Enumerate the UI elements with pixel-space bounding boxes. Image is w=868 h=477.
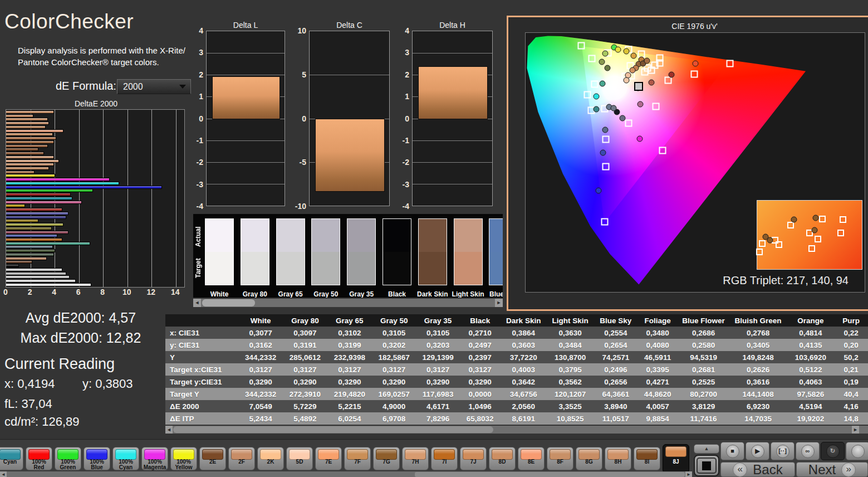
deltaE-bar — [6, 137, 56, 140]
patch-button-100-cyan[interactable]: 100% Cyan — [112, 447, 139, 470]
patch-button-7j[interactable]: 7J — [460, 447, 487, 470]
swatch-target — [347, 252, 375, 285]
patch-button-8d[interactable]: 8D — [489, 447, 516, 470]
table-cell: 0,21 — [834, 363, 868, 376]
patch-button-5d[interactable]: 5D — [286, 447, 313, 470]
measurement-table: WhiteGray 80Gray 65Gray 50Gray 35BlackDa… — [165, 314, 868, 426]
axis-tick-label: -1 — [197, 136, 203, 145]
row-label: ΔE 2000 — [165, 400, 238, 412]
scroll-left-icon[interactable]: ◄ — [193, 299, 201, 307]
step-button[interactable]: [··] — [771, 442, 795, 460]
chevron-down-icon — [179, 85, 186, 89]
footer-scrollbar[interactable]: ◄ ► — [0, 471, 692, 477]
next-button[interactable]: Next » — [796, 462, 868, 477]
table-cell: 0,3203 — [416, 339, 460, 351]
column-header[interactable]: Foliage — [637, 314, 678, 327]
column-header[interactable]: White — [238, 314, 283, 327]
chip-gloss — [405, 450, 425, 459]
column-header[interactable]: Bluish Green — [729, 314, 787, 327]
table-cell: 0,4003 — [501, 363, 547, 376]
patch-button-8f[interactable]: 8F — [547, 447, 573, 470]
swatch-gray-35: Gray 35 — [347, 218, 376, 285]
column-header[interactable]: Gray 50 — [372, 314, 416, 327]
column-header[interactable]: Black — [460, 314, 501, 327]
column-header[interactable]: Blue Sky — [594, 314, 637, 327]
scrollbar-thumb[interactable] — [415, 472, 685, 477]
back-button[interactable]: « Back — [720, 462, 795, 477]
column-header[interactable]: Blue Flower — [678, 314, 729, 327]
patch-button-100-blue[interactable]: 100% Blue — [84, 447, 110, 470]
stop-pattern-button[interactable] — [694, 455, 719, 476]
patch-button-2k[interactable]: 2K — [257, 447, 284, 470]
target-marker — [602, 163, 609, 170]
table-scrollbar[interactable]: ◄ ► — [165, 426, 868, 434]
patch-button-100-red[interactable]: 100% Red — [26, 447, 52, 470]
current-cdm2: cd/m²: 126,89 — [4, 415, 80, 429]
column-header[interactable]: Gray 65 — [327, 314, 372, 327]
measurement-marker — [620, 115, 626, 121]
patch-button-7f[interactable]: 7F — [344, 447, 371, 470]
column-header[interactable]: Light Skin — [547, 314, 594, 327]
column-header[interactable]: Orange — [787, 314, 834, 327]
patch-button-7e[interactable]: 7E — [315, 447, 342, 470]
column-header[interactable]: Dark Skin — [501, 314, 547, 327]
patch-button-7i[interactable]: 7I — [431, 447, 458, 470]
deltaE-bar — [6, 189, 93, 192]
patch-button-8g[interactable]: 8G — [576, 447, 602, 470]
toolbar-scroll-up-button[interactable]: ▲ — [694, 444, 719, 454]
scroll-left-icon[interactable]: ◄ — [0, 471, 7, 477]
table-cell: 0,2768 — [729, 327, 787, 339]
table-cell: 0,3630 — [547, 327, 594, 339]
patch-button-100-magenta[interactable]: 100% Magenta — [141, 447, 168, 470]
chevron-left-icon: « — [733, 463, 747, 477]
table-cell: 6,9230 — [729, 400, 787, 412]
play-button[interactable]: ▶ — [746, 442, 769, 460]
de-formula-label: dE Formula: — [56, 80, 116, 93]
patch-button-8h[interactable]: 8H — [605, 447, 631, 470]
table-cell: 0,3864 — [501, 327, 547, 339]
axis-tick-label: -4 — [403, 202, 409, 211]
table-cell: 0,3077 — [238, 327, 283, 339]
table-cell: 65,8032 — [460, 412, 501, 425]
patch-button-2f[interactable]: 2F — [228, 447, 255, 470]
patch-button-8i[interactable]: 8I — [634, 447, 660, 470]
scrollbar-thumb[interactable] — [173, 426, 493, 433]
scroll-right-icon[interactable]: ► — [685, 471, 692, 477]
loop-button[interactable]: ∞ — [796, 442, 820, 460]
patch-button-8j[interactable]: 8J — [663, 444, 689, 473]
de-formula-dropdown[interactable]: 2000 — [117, 79, 191, 94]
scroll-left-icon[interactable]: ◄ — [165, 426, 173, 434]
column-header[interactable]: Gray 35 — [416, 314, 460, 327]
table-cell: 8,6191 — [501, 412, 547, 425]
axis-tick-label: 0 — [3, 288, 8, 296]
page-title: ColorChecker — [4, 10, 134, 33]
column-header[interactable]: Purp — [834, 314, 868, 327]
deltaE-bars — [6, 110, 184, 286]
patch-button-8e[interactable]: 8E — [518, 447, 545, 470]
table-cell: 44,8620 — [637, 388, 678, 400]
swatch-label: Gray 80 — [236, 290, 274, 298]
blank-button[interactable] — [846, 442, 868, 460]
scrollbar-thumb[interactable] — [202, 299, 255, 306]
measurement-marker — [611, 105, 617, 111]
patch-button-2e[interactable]: 2E — [199, 447, 226, 470]
stop-button[interactable]: ■ — [720, 442, 744, 460]
patch-button-100-green[interactable]: 100% Green — [55, 447, 81, 470]
refresh-button[interactable]: ↻ — [821, 442, 845, 460]
table-cell: 0,2686 — [678, 327, 729, 339]
patch-button-cyan[interactable]: Cyan — [0, 447, 23, 470]
swatch-strip-scrollbar[interactable]: ◄ ► — [193, 299, 503, 307]
scroll-right-icon[interactable]: ► — [495, 299, 503, 307]
inset-target-marker — [819, 216, 826, 222]
target-marker — [648, 66, 655, 74]
patch-button-7h[interactable]: 7H — [402, 447, 429, 470]
table-cell: 2,0560 — [501, 400, 547, 412]
patch-label: 100% Cyan — [113, 459, 139, 470]
inset-target-marker — [776, 241, 782, 248]
patch-label: 100% Blue — [84, 459, 110, 470]
patch-button-7g[interactable]: 7G — [373, 447, 400, 470]
swatch-actual — [419, 219, 447, 252]
scroll-right-icon[interactable]: ► — [852, 426, 859, 434]
patch-button-100-yellow[interactable]: 100% Yellow — [170, 447, 197, 470]
column-header[interactable]: Gray 80 — [283, 314, 327, 327]
